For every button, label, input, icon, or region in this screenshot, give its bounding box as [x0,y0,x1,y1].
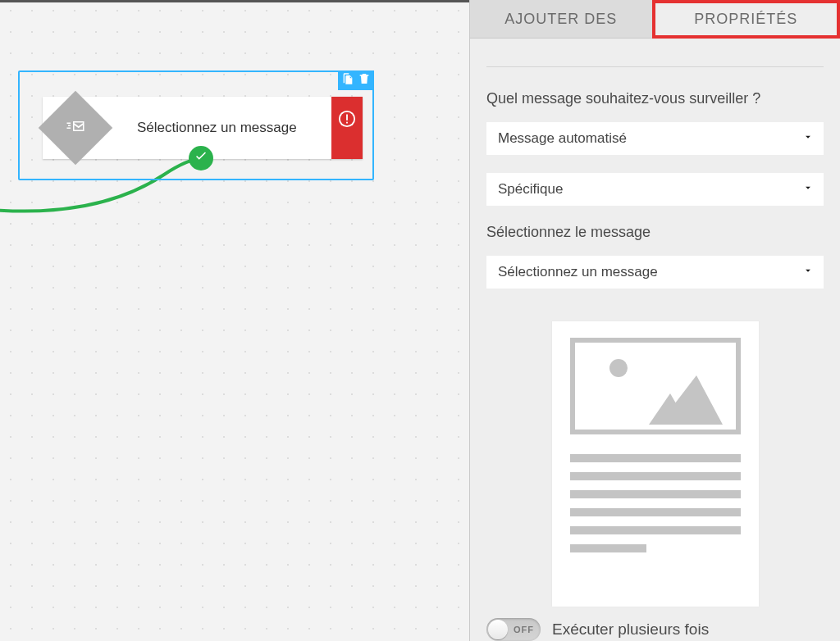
toggle-run-multiple-label: Exécuter plusieurs fois [552,621,709,639]
mail-send-icon [65,119,86,137]
trash-icon[interactable] [358,72,371,89]
select-message[interactable]: Sélectionnez un message [486,256,824,289]
workflow-canvas[interactable]: Sélectionnez un message [0,0,469,641]
select-message-value: Sélectionnez un message [498,264,658,280]
message-preview-placeholder [552,321,759,607]
tab-properties[interactable]: PROPRIÉTÉS [652,0,841,39]
select-message-scope[interactable]: Spécifique [486,173,824,206]
panel-separator [486,66,824,67]
window-top-bar [0,0,469,2]
copy-icon[interactable] [341,72,354,89]
node-card-label: Sélectionnez un message [137,120,297,136]
properties-panel: AJOUTER DES PROPRIÉTÉS Quel message souh… [469,0,840,641]
caret-down-icon [802,181,814,198]
check-icon [194,149,208,167]
node-error-flag [331,97,363,159]
warning-icon [338,110,356,131]
image-placeholder-icon [570,338,741,434]
select-message-type[interactable]: Message automatisé [486,122,824,155]
select-message-scope-value: Spécifique [498,181,563,198]
node-type-diamond [39,91,113,166]
toggle-run-multiple[interactable]: OFF [486,618,541,641]
toggle-state-text: OFF [514,618,534,641]
panel-tabs: AJOUTER DES PROPRIÉTÉS [470,0,840,39]
caret-down-icon [802,264,814,280]
caret-down-icon [802,130,814,147]
svg-rect-2 [346,115,348,120]
svg-rect-3 [346,122,348,124]
label-select-message: Sélectionnez le message [486,224,824,241]
connector-checkpoint[interactable] [189,146,213,170]
select-message-type-value: Message automatisé [498,130,627,147]
label-which-message: Quel message souhaitez-vous surveiller ? [486,90,824,107]
tab-add[interactable]: AJOUTER DES [470,0,652,39]
toggle-knob [488,620,508,639]
node-toolbar [338,70,374,90]
